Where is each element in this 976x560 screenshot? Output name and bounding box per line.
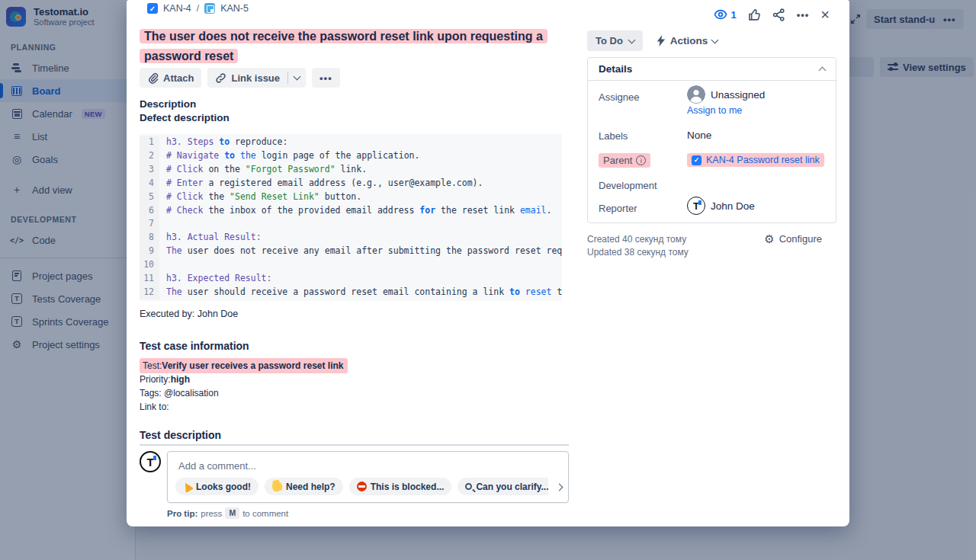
- quick-replies-next-button[interactable]: [557, 481, 562, 492]
- link-to-row: Link to:: [140, 400, 348, 414]
- priority-label: Priority:: [140, 373, 171, 386]
- watch-button[interactable]: 1: [714, 8, 736, 21]
- pro-tip-press: press: [201, 509, 222, 518]
- line-number: 1: [140, 136, 159, 149]
- attach-button[interactable]: Attach: [140, 68, 201, 88]
- attach-label: Attach: [163, 72, 194, 84]
- status-dropdown[interactable]: To Do: [587, 30, 643, 51]
- line-number: 10: [140, 258, 159, 272]
- code-line: 6# Check the inbox of the provided email…: [140, 204, 562, 218]
- description-heading: Description: [140, 98, 230, 111]
- parent-value[interactable]: ✓ KAN-4 Password reset link: [687, 153, 824, 167]
- assign-to-me-link[interactable]: Assign to me: [687, 105, 742, 116]
- details-panel: Details Assignee Unassigned Assign to me…: [587, 57, 836, 223]
- actions-label: Actions: [670, 35, 708, 46]
- code-block[interactable]: 1h3. Steps to reproduce:2# Navigate to t…: [140, 134, 562, 301]
- magnifier-icon: [465, 483, 472, 490]
- line-number: 8: [140, 231, 159, 245]
- issue-title-highlight: The user does not receive the password r…: [140, 29, 547, 63]
- quick-reply-button[interactable]: Looks good!: [175, 478, 258, 495]
- line-number: 2: [140, 149, 159, 163]
- pro-tip-rest: to comment: [242, 509, 288, 518]
- code-text: # Enter a registered email address (e.g.…: [159, 177, 483, 190]
- close-icon[interactable]: ×: [820, 8, 830, 21]
- wave-icon: [271, 481, 284, 493]
- paperclip-icon: [147, 72, 159, 84]
- keyboard-key-m: M: [225, 507, 239, 519]
- link-issue-button[interactable]: Link issue: [207, 68, 287, 88]
- gear-icon: ⚙: [764, 233, 774, 245]
- line-number: 11: [140, 272, 159, 286]
- code-line: 2# Navigate to the login page of the app…: [140, 149, 562, 163]
- executed-by: Executed by: John Doe: [140, 309, 238, 319]
- test-highlight: Test: Verify user receives a password re…: [140, 358, 348, 373]
- share-icon[interactable]: [772, 8, 785, 21]
- parent-label: Parent i: [599, 153, 650, 168]
- issue-modal: ✓ KAN-4 / KAN-5 1 ••• × T: [127, 0, 849, 526]
- quick-replies: Looks good!Need help?This is blocked...C…: [175, 478, 548, 495]
- parent-label-highlight: Parent i: [599, 153, 650, 168]
- test-label: Test:: [143, 359, 162, 373]
- modal-more-button[interactable]: •••: [797, 9, 810, 21]
- comment-box[interactable]: Add a comment... Looks good!Need help?Th…: [167, 451, 569, 503]
- like-button[interactable]: [748, 8, 761, 21]
- created-timestamp: Created 40 секунд тому: [587, 234, 686, 245]
- unassigned-avatar-icon: [687, 85, 705, 104]
- code-line: 8h3. Actual Result:: [140, 231, 562, 245]
- toolbar-more-button[interactable]: •••: [312, 68, 340, 88]
- pro-tip-label: Pro tip:: [167, 509, 197, 518]
- code-line: 3# Click on the "Forgot Password" link.: [140, 163, 562, 177]
- more-dots-icon: •••: [319, 72, 332, 84]
- pro-tip: Pro tip: press M to comment: [167, 507, 288, 519]
- quick-reply-button[interactable]: Can you clarify...?: [458, 478, 548, 495]
- code-line: 7: [140, 217, 562, 231]
- code-text: The user should receive a password reset…: [159, 286, 562, 299]
- breadcrumb-parent-link[interactable]: KAN-4: [163, 3, 191, 14]
- reporter-avatar: T: [687, 197, 705, 215]
- code-line: 4# Enter a registered email address (e.g…: [140, 177, 562, 190]
- link-issue-group: Link issue: [207, 68, 306, 88]
- parent-link: KAN-4 Password reset link: [706, 155, 820, 165]
- test-row: Test: Verify user receives a password re…: [140, 359, 348, 373]
- quick-reply-button[interactable]: Need help?: [265, 478, 343, 495]
- code-text: The user does not receive any email afte…: [159, 245, 562, 258]
- breadcrumb: ✓ KAN-4 / KAN-5: [147, 3, 249, 14]
- line-number: 12: [140, 286, 159, 299]
- reporter-name: John Doe: [711, 200, 755, 212]
- test-description-heading: Test description: [140, 429, 221, 441]
- code-line: 10: [140, 258, 562, 272]
- actions-dropdown[interactable]: Actions: [657, 35, 718, 46]
- code-line: 9The user does not receive any email aft…: [140, 245, 562, 258]
- quick-reply-button[interactable]: This is blocked...: [349, 478, 452, 495]
- code-text: # Click the "Send Reset Link" button.: [159, 190, 361, 204]
- issue-toolbar: Attach Link issue •••: [140, 68, 340, 88]
- quick-reply-label: This is blocked...: [371, 482, 445, 492]
- status-label: To Do: [596, 35, 623, 46]
- assignee-label: Assignee: [599, 91, 639, 103]
- configure-button[interactable]: ⚙ Configure: [764, 233, 822, 245]
- reporter-value[interactable]: T John Doe: [687, 197, 755, 215]
- task-type-icon: ✓: [692, 155, 702, 165]
- details-panel-header[interactable]: Details: [588, 58, 836, 81]
- current-user-avatar: T: [140, 451, 161, 472]
- line-number: 3: [140, 163, 159, 177]
- breadcrumb-current-link[interactable]: KAN-5: [220, 3, 249, 14]
- watch-count: 1: [730, 9, 736, 21]
- assignee-value[interactable]: Unassigned: [687, 85, 765, 104]
- info-icon: i: [636, 155, 646, 165]
- link-icon: [215, 72, 226, 84]
- subtask-type-icon: [204, 3, 215, 14]
- labels-value[interactable]: None: [687, 130, 711, 141]
- chevron-down-icon: [628, 36, 635, 43]
- code-text: h3. Actual Result:: [159, 231, 262, 245]
- line-number: 9: [140, 245, 159, 258]
- chevron-down-icon: [294, 73, 301, 81]
- link-issue-label: Link issue: [231, 72, 280, 84]
- code-line: 11h3. Expected Result:: [140, 272, 562, 286]
- issue-title[interactable]: The user does not receive the password r…: [140, 27, 563, 66]
- code-text: [159, 258, 172, 272]
- app-root: Testomat.io Software project PLANNING Ti…: [0, 0, 976, 560]
- comment-input[interactable]: Add a comment...: [178, 460, 256, 472]
- blocked-icon: [357, 482, 367, 491]
- link-issue-dropdown[interactable]: [288, 68, 306, 88]
